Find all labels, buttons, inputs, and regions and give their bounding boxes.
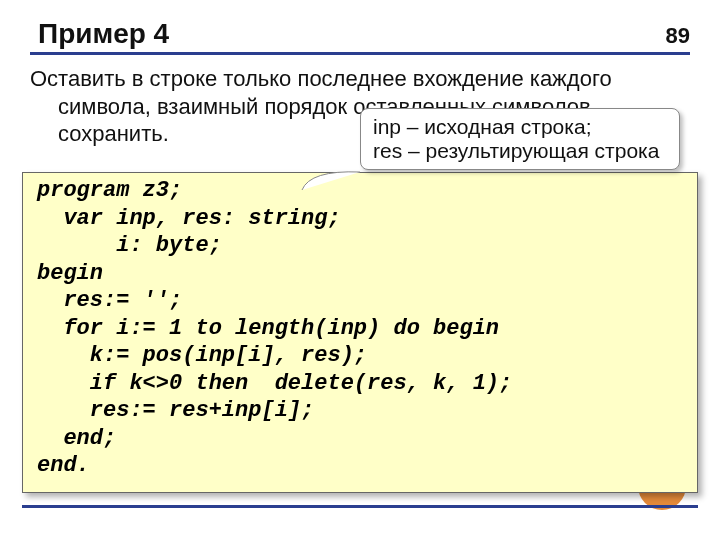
code-listing: program z3; var inp, res: string; i: byt… [22,172,698,493]
callout-line: res – результирующая строка [373,139,667,163]
variable-legend-callout: inp – исходная строка; res – результирую… [360,108,680,170]
bottom-rule [22,505,698,508]
page-title: Пример 4 [38,18,169,50]
header: Пример 4 89 [30,18,690,55]
callout-pointer [300,168,360,192]
callout-line: inp – исходная строка; [373,115,667,139]
page-number: 89 [666,23,690,49]
task-line: Оставить в строке только последнее вхожд… [30,66,612,91]
